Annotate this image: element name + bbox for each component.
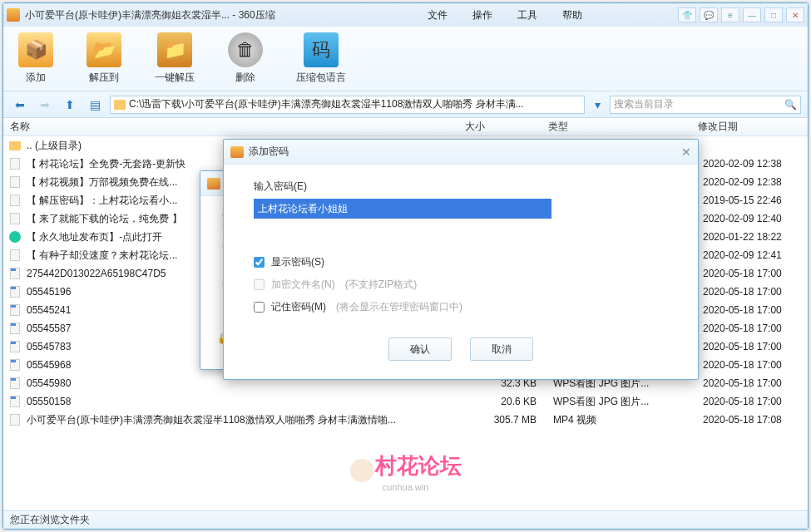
txt-icon [8, 194, 22, 207]
file-date: 2020-05-18 17:00 [703, 341, 808, 352]
toolbar: 📦 添加 📂 解压到 📁 一键解压 🗑 删除 码 压缩包语言 [3, 27, 808, 91]
col-size[interactable]: 大小 [465, 120, 548, 134]
maximize-button[interactable]: □ [764, 7, 783, 22]
file-date: 2020-01-22 18:22 [703, 231, 808, 243]
ok-button[interactable]: 确认 [388, 337, 452, 361]
file-date: 2020-05-18 17:00 [703, 268, 808, 279]
img-icon [8, 340, 22, 353]
file-date: 2020-05-18 17:00 [703, 396, 808, 407]
password-dialog: 添加密码 ✕ 输入密码(E) 显示密码(S) 加密文件名(N) (不支持ZIP格… [223, 139, 699, 380]
status-bar: 您正在浏览文件夹 [3, 510, 808, 529]
encrypt-filename-check: 加密文件名(N) (不支持ZIP格式) [254, 278, 668, 292]
dialog-close-icon[interactable]: ✕ [681, 145, 691, 159]
lang-button[interactable]: 码 压缩包语言 [296, 32, 346, 85]
file-date: 2020-05-18 17:00 [703, 304, 808, 316]
menu-bar: 文件 操作 工具 帮助 [428, 8, 582, 22]
menu-help[interactable]: 帮助 [562, 8, 582, 22]
close-button[interactable]: ✕ [786, 7, 804, 22]
extract-icon: 📂 [87, 32, 121, 67]
file-size: 20.6 KB [470, 396, 553, 407]
titlebar: 小可爱平台(原卡哇伊)丰满漂亮御姐衣裳湿半... - 360压缩 文件 操作 工… [3, 3, 808, 27]
file-date: 2020-02-09 12:40 [703, 213, 808, 224]
back-button[interactable]: ⬅ [10, 95, 30, 115]
file-date: 2020-05-18 17:00 [703, 377, 808, 389]
path-input[interactable]: C:\迅雷下载\小可爱平台(原卡哇伊)丰满漂亮御姐衣裳湿半1108激情双人啪啪秀… [110, 96, 585, 114]
file-name: 小可爱平台(原卡哇伊)丰满漂亮御姐衣裳湿半1108激情双人啪啪秀 身材丰满激情啪… [27, 413, 470, 427]
watermark: 村花论坛 cunhua.win [350, 451, 462, 492]
file-date: 2020-02-09 12:38 [703, 176, 808, 188]
oneclick-icon: 📁 [157, 32, 192, 67]
txt-icon [8, 212, 22, 225]
menu-file[interactable]: 文件 [428, 8, 448, 22]
cartoon-face-icon [350, 459, 373, 482]
archive-icon [207, 178, 220, 190]
search-icon[interactable]: 🔍 [784, 99, 797, 111]
archive-icon [230, 146, 244, 158]
remember-password-check[interactable]: 记住密码(M) (将会显示在管理密码窗口中) [254, 300, 668, 314]
file-size: 305.7 MB [470, 414, 553, 426]
file-row[interactable]: 小可爱平台(原卡哇伊)丰满漂亮御姐衣裳湿半1108激情双人啪啪秀 身材丰满激情啪… [3, 411, 808, 429]
folder-icon [114, 100, 126, 110]
password-label: 输入密码(E) [254, 180, 668, 194]
file-type: WPS看图 JPG 图片... [553, 395, 703, 409]
img-icon [8, 303, 22, 317]
col-type[interactable]: 类型 [548, 120, 698, 134]
lang-icon: 码 [304, 32, 339, 67]
file-date: 2020-02-09 12:38 [703, 158, 808, 170]
menu-tools[interactable]: 工具 [517, 8, 537, 22]
search-input[interactable]: 搜索当前目录 🔍 [610, 96, 801, 114]
file-row[interactable]: 0555015820.6 KBWPS看图 JPG 图片...2020-05-18… [3, 392, 808, 411]
img-icon [8, 377, 22, 390]
minimize-button[interactable]: — [743, 7, 761, 22]
nav-bar: ⬅ ➡ ⬆ ▤ C:\迅雷下载\小可爱平台(原卡哇伊)丰满漂亮御姐衣裳湿半110… [3, 91, 808, 118]
img-icon [8, 322, 22, 335]
col-date[interactable]: 修改日期 [698, 120, 808, 134]
feedback-button[interactable]: 💬 [700, 7, 718, 22]
file-date: 2020-05-18 17:00 [703, 359, 808, 371]
delete-icon: 🗑 [228, 32, 263, 67]
window-title: 小可爱平台(原卡哇伊)丰满漂亮御姐衣裳湿半... - 360压缩 [25, 8, 275, 22]
add-icon: 📦 [18, 32, 53, 67]
link-icon [8, 230, 22, 244]
oneclick-button[interactable]: 📁 一键解压 [155, 32, 195, 85]
txt-icon [8, 249, 22, 262]
mp4-icon [8, 413, 22, 426]
add-button[interactable]: 📦 添加 [18, 32, 53, 85]
txt-icon [8, 157, 22, 170]
path-dropdown[interactable]: ▾ [590, 95, 605, 115]
delete-button[interactable]: 🗑 删除 [228, 32, 263, 85]
img-icon [8, 285, 22, 298]
window-controls: 👕 💬 ≡ — □ ✕ [678, 7, 804, 22]
password-input[interactable] [254, 199, 551, 219]
view-button[interactable]: ▤ [85, 95, 105, 115]
dialog-titlebar: 添加密码 ✕ [224, 140, 698, 165]
menu-operate[interactable]: 操作 [472, 8, 492, 22]
app-icon [7, 8, 20, 22]
dialog-title: 添加密码 [249, 145, 289, 159]
extract-button[interactable]: 📂 解压到 [87, 32, 121, 85]
file-name: 05550158 [27, 396, 470, 407]
skin-button[interactable]: 👕 [678, 7, 696, 22]
cancel-button[interactable]: 取消 [470, 337, 533, 361]
show-password-check[interactable]: 显示密码(S) [254, 255, 668, 269]
file-date: 2020-05-18 17:00 [703, 286, 808, 298]
up-button[interactable]: ⬆ [60, 95, 80, 115]
txt-icon [8, 175, 22, 189]
settings-button[interactable]: ≡ [721, 7, 739, 22]
img-icon [8, 358, 22, 372]
file-date: 2020-05-18 17:08 [703, 414, 808, 426]
file-date: 2019-05-15 22:46 [703, 195, 808, 206]
file-date: 2020-02-09 12:41 [703, 249, 808, 261]
forward-button[interactable]: ➡ [35, 95, 55, 115]
img-icon [8, 395, 22, 408]
column-headers: 名称 大小 类型 修改日期 [3, 118, 808, 136]
file-type: MP4 视频 [553, 413, 703, 427]
folder-icon [8, 139, 22, 152]
img-icon [8, 267, 22, 280]
col-name[interactable]: 名称 [3, 120, 465, 134]
file-date: 2020-05-18 17:00 [703, 323, 808, 334]
